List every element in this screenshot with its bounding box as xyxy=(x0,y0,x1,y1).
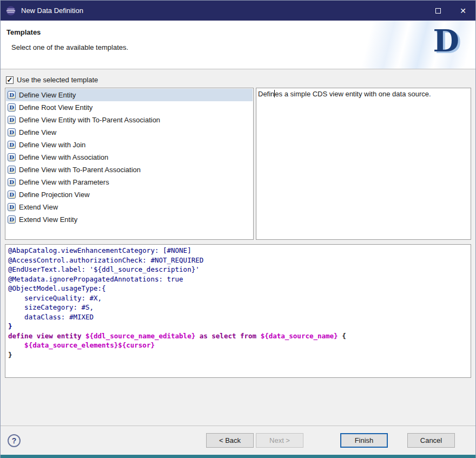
code-line: dataClass: #MIXED xyxy=(8,312,468,322)
data-definition-icon: D xyxy=(8,128,16,136)
data-definition-icon: D xyxy=(8,141,16,149)
text-cursor xyxy=(274,90,275,97)
data-definition-icon: D xyxy=(8,203,16,211)
data-definition-icon: D xyxy=(8,153,16,161)
code-line: @AbapCatalog.viewEnhancementCategory: [#… xyxy=(8,246,468,256)
template-list-item[interactable]: DDefine View with Join xyxy=(6,139,253,151)
code-line: } xyxy=(8,350,468,360)
wizard-banner: Templates Select one of the available te… xyxy=(1,21,475,69)
finish-button[interactable]: Finish xyxy=(340,433,388,448)
data-definition-icon: D xyxy=(8,166,16,174)
title-bar[interactable]: New Data Definition ✕ xyxy=(1,1,475,21)
code-line: sizeCategory: #S, xyxy=(8,303,468,312)
template-name: Define View Entity with To-Parent Associ… xyxy=(19,116,160,124)
checkbox-icon: ✓ xyxy=(6,76,14,84)
back-button[interactable]: < Back xyxy=(206,433,254,448)
use-selected-template-checkbox[interactable]: ✓ Use the selected template xyxy=(6,76,471,84)
data-definition-icon: D xyxy=(8,103,16,112)
data-definition-icon: D xyxy=(8,116,16,124)
code-line: ${data_source_elements}${cursor} xyxy=(8,341,468,350)
data-definition-icon: D xyxy=(8,191,16,199)
template-list-item[interactable]: DDefine Root View Entity xyxy=(6,101,253,114)
code-line: serviceQuality: #X, xyxy=(8,293,468,303)
button-bar: ? < BackNext >FinishCancel xyxy=(1,426,475,455)
new-data-definition-wizard: New Data Definition ✕ Templates Select o… xyxy=(0,0,476,458)
template-name: Define View with To-Parent Association xyxy=(19,166,141,174)
template-name: Define View with Join xyxy=(19,141,85,149)
checkmark-icon: ✓ xyxy=(7,76,13,83)
template-list-item[interactable]: DDefine View with To-Parent Association xyxy=(6,163,253,176)
checkbox-label: Use the selected template xyxy=(17,76,98,84)
close-icon: ✕ xyxy=(460,7,466,15)
close-button[interactable]: ✕ xyxy=(451,1,475,21)
code-line: @EndUserText.label: '${ddl_source_descri… xyxy=(8,265,468,274)
template-list-item[interactable]: DExtend View Entity xyxy=(6,213,253,226)
code-line: @ObjectModel.usageType:{ xyxy=(8,284,468,293)
window-bottom-edge xyxy=(1,455,475,458)
template-panels: DDefine View EntityDDefine Root View Ent… xyxy=(5,88,471,240)
maximize-icon xyxy=(435,8,441,14)
banner-title: Templates xyxy=(6,28,475,36)
template-list-item[interactable]: DDefine View Entity with To-Parent Assoc… xyxy=(6,114,253,126)
template-name: Define View with Parameters xyxy=(19,178,109,186)
template-list: DDefine View EntityDDefine Root View Ent… xyxy=(5,88,254,240)
wizard-body: ✓ Use the selected template DDefine View… xyxy=(1,69,475,426)
template-name: Extend View Entity xyxy=(19,215,77,224)
next-button: Next > xyxy=(256,433,303,448)
maximize-button[interactable] xyxy=(426,1,451,21)
data-definition-icon: D xyxy=(8,215,16,224)
code-line: @Metadata.ignorePropagatedAnnotations: t… xyxy=(8,274,468,284)
template-list-item[interactable]: DExtend View xyxy=(6,201,253,213)
template-list-item[interactable]: DDefine View with Parameters xyxy=(6,176,253,188)
help-button[interactable]: ? xyxy=(8,434,21,447)
window-title: New Data Definition xyxy=(21,6,83,15)
template-name: Define Projection View xyxy=(19,191,90,199)
template-description-panel[interactable]: Defines a simple CDS view entity with on… xyxy=(256,88,471,240)
data-definition-icon: D xyxy=(8,178,16,186)
template-name: Define Root View Entity xyxy=(19,103,92,112)
cancel-button[interactable]: Cancel xyxy=(407,433,455,448)
template-list-item[interactable]: DDefine Projection View xyxy=(6,188,253,201)
help-icon: ? xyxy=(12,436,17,445)
data-definition-icon: D xyxy=(8,91,16,99)
eclipse-icon xyxy=(5,5,16,16)
template-list-item[interactable]: DDefine View with Association xyxy=(6,151,253,163)
template-name: Define View with Association xyxy=(19,153,108,161)
code-line: @AccessControl.authorizationCheck: #NOT_… xyxy=(8,256,468,265)
data-definition-logo-icon: D xyxy=(433,23,459,58)
window-controls: ✕ xyxy=(426,1,475,21)
template-name: Define View xyxy=(19,128,56,136)
template-list-item[interactable]: DDefine View Entity xyxy=(6,89,253,101)
template-name: Define View Entity xyxy=(19,91,76,99)
code-line: } xyxy=(8,322,468,331)
code-line: define view entity ${ddl_source_name_edi… xyxy=(8,331,468,341)
template-code-preview[interactable]: @AbapCatalog.viewEnhancementCategory: [#… xyxy=(5,244,471,378)
template-name: Extend View xyxy=(19,203,58,211)
template-list-item[interactable]: DDefine View xyxy=(6,126,253,139)
wizard-buttons: < BackNext >FinishCancel xyxy=(206,433,455,448)
banner-subtitle: Select one of the available templates. xyxy=(11,43,475,51)
